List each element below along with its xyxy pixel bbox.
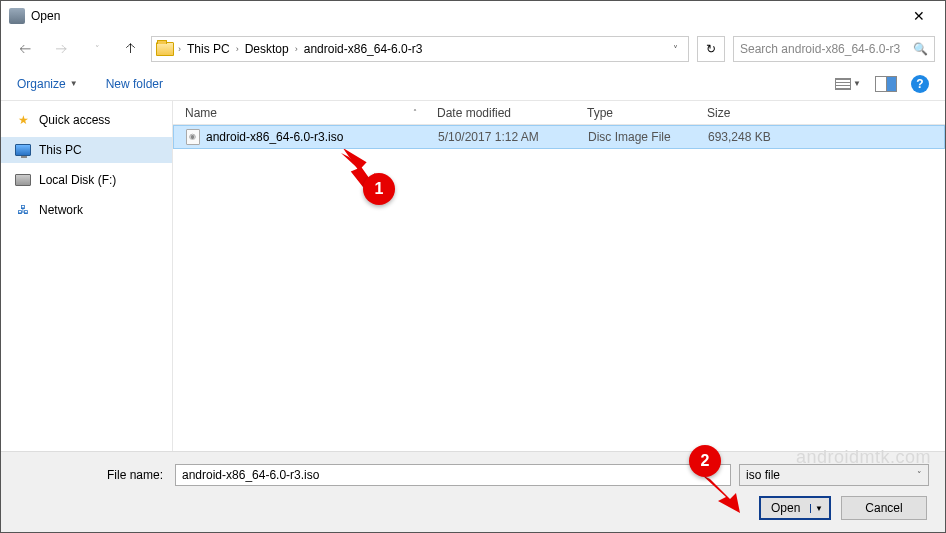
view-icon	[835, 78, 851, 90]
open-split-dropdown[interactable]: ▼	[810, 504, 827, 513]
search-input[interactable]: Search android-x86_64-6.0-r3 🔍	[733, 36, 935, 62]
filename-label: File name:	[17, 468, 167, 482]
file-date: 5/10/2017 1:12 AM	[438, 130, 588, 144]
title-bar: Open ✕	[1, 1, 945, 31]
folder-icon	[156, 42, 174, 56]
breadcrumb-desktop[interactable]: Desktop	[243, 42, 291, 56]
cancel-button[interactable]: Cancel	[841, 496, 927, 520]
command-bar: Organize ▼ New folder ▼ ?	[1, 67, 945, 101]
filename-input[interactable]	[175, 464, 731, 486]
file-name: android-x86_64-6.0-r3.iso	[206, 130, 343, 144]
file-list-area: Name ˄ Date modified Type Size android-x…	[173, 101, 945, 485]
column-date[interactable]: Date modified	[437, 106, 587, 120]
search-icon: 🔍	[913, 42, 928, 56]
close-button[interactable]: ✕	[905, 4, 933, 28]
caret-down-icon: ˅	[917, 470, 922, 480]
help-button[interactable]: ?	[911, 75, 929, 93]
organize-menu[interactable]: Organize ▼	[17, 77, 78, 91]
search-placeholder: Search android-x86_64-6.0-r3	[740, 42, 907, 56]
address-bar[interactable]: › This PC › Desktop › android-x86_64-6.0…	[151, 36, 689, 62]
sidebar-item-quick-access[interactable]: ★ Quick access	[1, 107, 172, 133]
recent-dropdown[interactable]: ˅	[83, 36, 111, 62]
main-area: ★ Quick access This PC Local Disk (F:) 🖧…	[1, 101, 945, 485]
annotation-badge-2: 2	[689, 445, 721, 477]
network-icon: 🖧	[15, 202, 31, 218]
up-button[interactable]: 🡡	[119, 37, 143, 61]
nav-bar: 🡠 🡢 ˅ 🡡 › This PC › Desktop › android-x8…	[1, 31, 945, 67]
breadcrumb-this-pc[interactable]: This PC	[185, 42, 232, 56]
column-size[interactable]: Size	[707, 106, 807, 120]
iso-file-icon	[186, 129, 200, 145]
nav-sidebar: ★ Quick access This PC Local Disk (F:) 🖧…	[1, 101, 173, 485]
file-type: Disc Image File	[588, 130, 708, 144]
chevron-right-icon[interactable]: ›	[178, 44, 181, 54]
disk-icon	[15, 172, 31, 188]
forward-button[interactable]: 🡢	[47, 36, 75, 62]
sort-indicator-icon: ˄	[413, 108, 417, 117]
file-row[interactable]: android-x86_64-6.0-r3.iso 5/10/2017 1:12…	[173, 125, 945, 149]
open-button[interactable]: Open ▼	[759, 496, 831, 520]
sidebar-item-local-disk[interactable]: Local Disk (F:)	[1, 167, 172, 193]
column-type[interactable]: Type	[587, 106, 707, 120]
star-icon: ★	[15, 112, 31, 128]
watermark: androidmtk.com	[796, 447, 931, 468]
chevron-right-icon[interactable]: ›	[295, 44, 298, 54]
caret-down-icon: ▼	[853, 79, 861, 88]
new-folder-button[interactable]: New folder	[106, 77, 163, 91]
sidebar-item-this-pc[interactable]: This PC	[1, 137, 172, 163]
column-name[interactable]: Name ˄	[185, 106, 437, 120]
breadcrumb-current[interactable]: android-x86_64-6.0-r3	[302, 42, 425, 56]
refresh-button[interactable]: ↻	[697, 36, 725, 62]
column-headers: Name ˄ Date modified Type Size	[173, 101, 945, 125]
pc-icon	[15, 142, 31, 158]
window-title: Open	[31, 9, 60, 23]
chevron-right-icon[interactable]: ›	[236, 44, 239, 54]
address-dropdown[interactable]: ˅	[667, 44, 684, 55]
preview-pane-button[interactable]	[875, 76, 897, 92]
app-icon	[9, 8, 25, 24]
caret-down-icon: ▼	[70, 79, 78, 88]
annotation-badge-1: 1	[363, 173, 395, 205]
back-button[interactable]: 🡠	[11, 36, 39, 62]
sidebar-item-network[interactable]: 🖧 Network	[1, 197, 172, 223]
file-size: 693,248 KB	[708, 130, 808, 144]
view-options-button[interactable]: ▼	[835, 78, 861, 90]
